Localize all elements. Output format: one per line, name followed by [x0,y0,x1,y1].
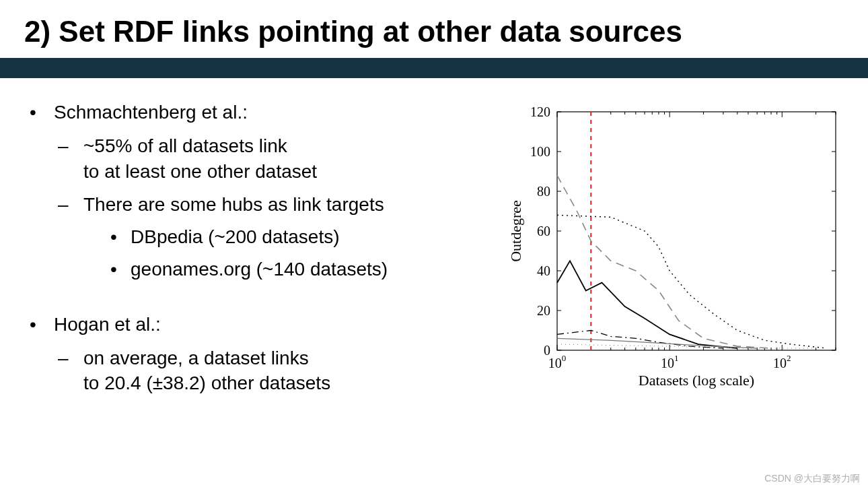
watermark: CSDN @大白要努力啊 [764,473,860,485]
chart: 020406080100120100101102OutdegreeDataset… [505,102,841,392]
svg-rect-0 [557,112,836,350]
bullet-1-dash-2: There are some hubs as link targets DBpe… [54,192,484,282]
svg-text:Datasets (log scale): Datasets (log scale) [639,372,754,389]
bullet-1: Schmachtenberg et al.: ~55% of all datas… [20,100,484,282]
bullet-2: Hogan et al.: on average, a dataset link… [20,312,484,396]
svg-text:Outdegree: Outdegree [507,200,524,262]
svg-text:102: 102 [773,353,791,370]
bullet-1-lead: Schmachtenberg et al.: [54,102,248,123]
bullet-2-lead: Hogan et al.: [54,314,161,335]
svg-text:40: 40 [537,263,550,278]
divider-bar [0,58,868,78]
svg-text:60: 60 [537,224,550,238]
bullet-2-dash-1: on average, a dataset linksto 20.4 (±38.… [54,346,484,397]
bullet-1-sub-2: geonames.org (~140 datasets) [83,257,484,282]
text-column: Schmachtenberg et al.: ~55% of all datas… [20,100,484,426]
svg-text:80: 80 [537,184,550,199]
svg-text:20: 20 [537,303,550,318]
bullet-1-dash-2-text: There are some hubs as link targets [83,194,384,215]
svg-text:100: 100 [530,144,550,159]
slide-title: 2) Set RDF links pointing at other data … [0,0,868,58]
svg-text:101: 101 [661,353,679,370]
bullet-1-sub-1: DBpedia (~200 datasets) [83,224,484,250]
bullet-1-dash-1: ~55% of all datasets linkto at least one… [54,133,484,185]
svg-text:120: 120 [530,104,550,119]
svg-text:100: 100 [548,353,567,370]
